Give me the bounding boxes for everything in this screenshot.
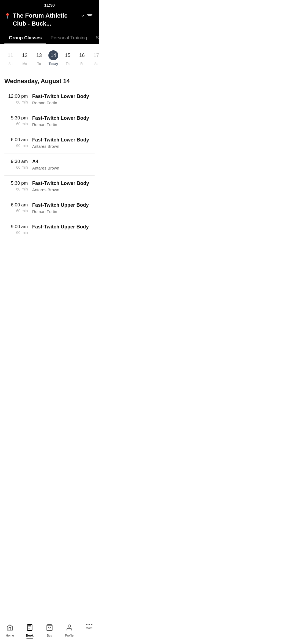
- tab-bar: Group Classes Personal Training Special …: [0, 31, 99, 44]
- class-info: Fast-Twitch Upper Body: [32, 224, 95, 231]
- nav-home[interactable]: Home: [0, 624, 20, 638]
- calendar-day-16[interactable]: 16 Fr: [75, 49, 89, 67]
- nav-book-label: Book: [26, 634, 34, 637]
- calendar-day-12[interactable]: 12 Mo: [18, 49, 32, 67]
- class-list: 12:00 pm 60 min Fast-Twitch Lower Body R…: [0, 89, 99, 240]
- class-item[interactable]: 9:30 am 60 min A4 Antares Brown: [4, 154, 95, 176]
- day-number: 14: [48, 50, 58, 60]
- nav-home-label: Home: [6, 634, 14, 637]
- class-item[interactable]: 6:00 am 60 min Fast-Twitch Upper Body Ro…: [4, 197, 95, 219]
- class-time: 9:00 am 60 min: [4, 224, 28, 235]
- class-item[interactable]: 6:00 am 60 min Fast-Twitch Lower Body An…: [4, 132, 95, 154]
- book-icon: [26, 624, 33, 633]
- bottom-nav: Home Book Buy: [0, 621, 99, 644]
- nav-book[interactable]: Book: [20, 624, 40, 638]
- class-info: Fast-Twitch Upper Body Roman Fortin: [32, 202, 95, 214]
- tab-personal-training[interactable]: Personal Training: [46, 31, 91, 44]
- active-indicator: [26, 638, 33, 638]
- header: 📍 The Forum Athletic Club - Buck... ⌄: [0, 9, 99, 31]
- date-heading: Wednesday, August 14: [0, 72, 99, 89]
- class-time: 6:00 am 60 min: [4, 202, 28, 213]
- svg-point-5: [68, 625, 71, 627]
- tab-special-events[interactable]: Special Ev...: [91, 31, 99, 44]
- buy-icon: [46, 624, 53, 633]
- status-time: 11:30: [44, 3, 55, 7]
- class-time: 12:00 pm 60 min: [4, 94, 28, 104]
- status-bar: 11:30: [0, 0, 99, 9]
- calendar-day-14[interactable]: 14 Today: [46, 49, 61, 67]
- class-info: Fast-Twitch Lower Body Antares Brown: [32, 137, 95, 149]
- day-label: Tu: [37, 62, 41, 66]
- class-item[interactable]: 12:00 pm 60 min Fast-Twitch Lower Body R…: [4, 89, 95, 110]
- class-time: 9:30 am 60 min: [4, 159, 28, 170]
- chevron-down-icon[interactable]: ⌄: [81, 12, 85, 18]
- day-label: Today: [49, 62, 58, 66]
- day-label: Fr: [80, 62, 83, 66]
- more-icon: [86, 624, 92, 625]
- nav-buy-label: Buy: [47, 634, 52, 637]
- class-time: 6:00 am 60 min: [4, 137, 28, 148]
- home-icon: [6, 624, 13, 633]
- location-icon: 📍: [4, 13, 10, 19]
- filter-icon: [86, 13, 94, 18]
- day-label: Su: [9, 62, 13, 66]
- class-time: 5:30 pm 60 min: [4, 181, 28, 191]
- nav-profile-label: Profile: [65, 634, 73, 637]
- profile-icon: [66, 624, 73, 633]
- location-title: The Forum Athletic Club - Buck...: [13, 12, 78, 28]
- day-number: 16: [77, 50, 87, 60]
- class-info: Fast-Twitch Lower Body Roman Fortin: [32, 94, 95, 105]
- day-number: 12: [20, 50, 30, 60]
- day-number: 17: [91, 50, 99, 60]
- tab-group-classes[interactable]: Group Classes: [4, 31, 46, 44]
- calendar-strip: 11 Su 12 Mo 13 Tu 14 Today 15 Th 16 Fr 1…: [0, 44, 99, 72]
- class-time: 5:30 pm 60 min: [4, 115, 28, 126]
- calendar-day-13[interactable]: 13 Tu: [32, 49, 46, 67]
- class-info: Fast-Twitch Lower Body Roman Fortin: [32, 115, 95, 127]
- day-label: Sa: [94, 62, 98, 66]
- day-number: 11: [6, 50, 15, 60]
- day-label: Mo: [23, 62, 27, 66]
- class-info: Fast-Twitch Lower Body Antares Brown: [32, 181, 95, 192]
- location-info[interactable]: 📍 The Forum Athletic Club - Buck... ⌄: [4, 12, 85, 28]
- nav-more[interactable]: More: [79, 624, 99, 638]
- calendar-day-17[interactable]: 17 Sa: [89, 49, 99, 67]
- nav-profile[interactable]: Profile: [59, 624, 79, 638]
- class-info: A4 Antares Brown: [32, 159, 95, 170]
- class-item[interactable]: 5:30 pm 60 min Fast-Twitch Lower Body Ro…: [4, 110, 95, 132]
- day-number: 13: [34, 50, 44, 60]
- day-number: 15: [63, 50, 73, 60]
- day-label: Th: [66, 62, 70, 66]
- filter-button[interactable]: [85, 12, 95, 20]
- class-item[interactable]: 9:00 am 60 min Fast-Twitch Upper Body: [4, 219, 95, 240]
- class-item[interactable]: 5:30 pm 60 min Fast-Twitch Lower Body An…: [4, 176, 95, 197]
- nav-more-label: More: [86, 626, 92, 630]
- calendar-day-15[interactable]: 15 Th: [61, 49, 75, 67]
- nav-buy[interactable]: Buy: [40, 624, 59, 638]
- calendar-day-11[interactable]: 11 Su: [3, 49, 18, 67]
